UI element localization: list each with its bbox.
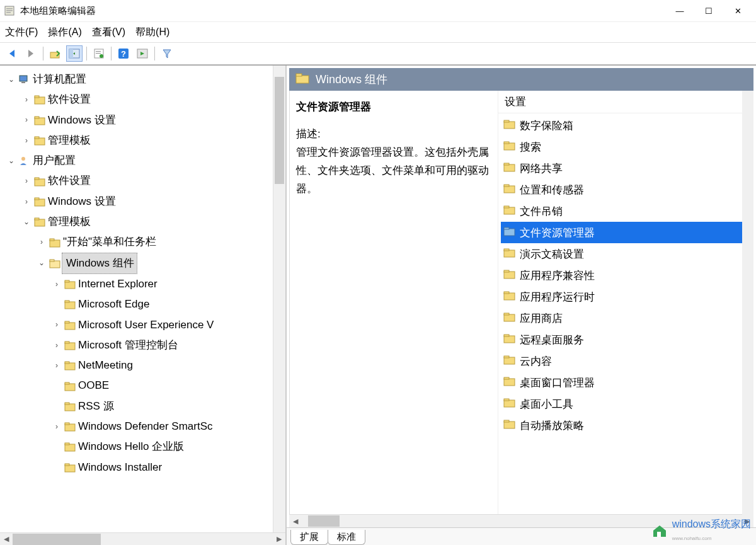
list-item[interactable]: 远程桌面服务 [501, 329, 750, 350]
chevron-down-icon[interactable]: ⌄ [5, 154, 18, 168]
settings-column-header[interactable]: 设置 [498, 91, 753, 113]
tree-hscrollbar[interactable]: ◀ ▶ [0, 532, 285, 545]
scroll-thumb[interactable] [13, 534, 101, 545]
filter-button[interactable] [159, 45, 175, 62]
close-button[interactable]: ✕ [723, 1, 752, 20]
list-item[interactable]: 位置和传感器 [501, 179, 750, 200]
svg-rect-56 [504, 120, 509, 122]
list-item[interactable]: 演示文稿设置 [501, 243, 750, 265]
chevron-down-icon[interactable]: ⌄ [35, 256, 48, 270]
svg-rect-40 [65, 341, 69, 343]
chevron-down-icon[interactable]: ⌄ [20, 215, 33, 229]
tab-extended[interactable]: 扩展 [290, 530, 328, 545]
svg-rect-35 [65, 302, 75, 309]
svg-rect-64 [504, 206, 509, 208]
menu-view[interactable]: 查看(V) [92, 26, 125, 39]
svg-rect-84 [504, 420, 509, 422]
list-item[interactable]: 应用程序兼容性 [501, 265, 750, 286]
tree-node-oobe[interactable]: › OOBE [3, 376, 285, 396]
tree-node-rss[interactable]: › RSS 源 [3, 396, 285, 416]
chevron-right-icon[interactable]: › [20, 195, 33, 209]
tree-node-netmeeting[interactable]: › NetMeeting [3, 355, 285, 376]
scroll-thumb[interactable] [275, 77, 284, 184]
up-button[interactable] [47, 45, 64, 62]
settings-column: 设置 数字保险箱搜索网络共享位置和传感器文件吊销文件资源管理器演示文稿设置应用程… [498, 91, 753, 514]
scroll-left-icon[interactable]: ◀ [289, 517, 302, 525]
chevron-right-icon[interactable]: › [50, 338, 63, 353]
list-item[interactable]: 应用商店 [501, 307, 750, 329]
list-item[interactable]: 数字保险箱 [501, 115, 750, 136]
forward-button[interactable] [23, 45, 39, 62]
scroll-thumb[interactable] [308, 515, 340, 527]
svg-rect-74 [504, 313, 509, 315]
chevron-right-icon[interactable]: › [50, 277, 63, 292]
details-vscrollbar[interactable] [742, 91, 753, 515]
refresh-button[interactable] [134, 45, 151, 62]
list-item[interactable]: 搜索 [501, 136, 750, 158]
svg-rect-15 [21, 82, 25, 83]
list-item[interactable]: 应用程序运行时 [501, 286, 750, 307]
tree-node-start-taskbar[interactable]: › "开始"菜单和任务栏 [3, 232, 285, 252]
main-split: ⌄ 计算机配置 › 软件设置 › Windows 设置 › 管理模板 ⌄ [0, 65, 756, 545]
svg-rect-32 [50, 260, 54, 261]
list-item-label: 应用商店 [520, 311, 563, 326]
help-button[interactable]: ? [115, 45, 132, 62]
chevron-right-icon[interactable]: › [20, 113, 33, 127]
tree-node-hello[interactable]: › Windows Hello 企业版 [3, 437, 285, 457]
chevron-right-icon[interactable]: › [20, 93, 33, 107]
list-item[interactable]: 文件资源管理器 [501, 222, 750, 243]
tree-vscrollbar[interactable] [273, 66, 285, 532]
menu-file[interactable]: 文件(F) [5, 26, 38, 39]
chevron-right-icon[interactable]: › [50, 420, 63, 434]
svg-point-10 [100, 54, 103, 58]
list-item[interactable]: 网络共享 [501, 158, 750, 179]
folder-icon [33, 135, 47, 146]
tree-node-user-config[interactable]: ⌄ 用户配置 [3, 151, 285, 171]
svg-rect-27 [35, 219, 45, 226]
tree-node-cc-software[interactable]: › 软件设置 [3, 89, 285, 110]
chevron-right-icon[interactable]: › [50, 318, 63, 332]
folder-icon [295, 72, 309, 87]
chevron-right-icon[interactable]: › [50, 359, 63, 373]
list-item[interactable]: 桌面窗口管理器 [501, 372, 750, 393]
chevron-right-icon[interactable]: › [20, 174, 33, 188]
list-item[interactable]: 云内容 [501, 350, 750, 372]
tree-node-computer-config[interactable]: ⌄ 计算机配置 [3, 69, 285, 89]
tree-node-ie[interactable]: › Internet Explorer [3, 274, 285, 294]
tree-node-uc-windows[interactable]: › Windows 设置 [3, 192, 285, 212]
tab-standard[interactable]: 标准 [328, 530, 365, 545]
tree-node-mmc[interactable]: › Microsoft 管理控制台 [3, 335, 285, 355]
tree-node-installer[interactable]: › Windows Installer [3, 457, 285, 478]
tree-node-cc-windows[interactable]: › Windows 设置 [3, 110, 285, 130]
list-item[interactable]: 自动播放策略 [501, 415, 750, 436]
tree-node-windows-components[interactable]: ⌄ Windows 组件 [3, 253, 285, 274]
svg-rect-58 [504, 142, 509, 144]
app-icon [4, 5, 15, 16]
settings-list[interactable]: 数字保险箱搜索网络共享位置和传感器文件吊销文件资源管理器演示文稿设置应用程序兼容… [498, 113, 753, 514]
list-item[interactable]: 文件吊销 [501, 200, 750, 222]
minimize-button[interactable]: — [665, 1, 694, 20]
tree-node-uc-templates[interactable]: ⌄ 管理模板 [3, 212, 285, 232]
scroll-right-icon[interactable]: ▶ [273, 535, 285, 543]
svg-rect-69 [504, 272, 515, 278]
chevron-right-icon[interactable]: › [20, 134, 33, 148]
list-item[interactable]: 桌面小工具 [501, 393, 750, 415]
svg-rect-68 [504, 249, 509, 251]
chevron-right-icon[interactable]: › [35, 235, 48, 250]
maximize-button[interactable]: ☐ [694, 1, 723, 20]
tree-node-muev[interactable]: › Microsoft User Experience V [3, 315, 285, 335]
svg-rect-66 [504, 227, 509, 229]
show-hide-tree-button[interactable] [66, 45, 83, 62]
menu-action[interactable]: 操作(A) [48, 26, 81, 39]
properties-button[interactable] [91, 45, 107, 62]
list-item-label: 演示文稿设置 [520, 247, 584, 261]
tree-node-defender-smartscreen[interactable]: › Windows Defender SmartSc [3, 416, 285, 437]
tree-node-uc-software[interactable]: › 软件设置 [3, 171, 285, 191]
chevron-down-icon[interactable]: ⌄ [5, 72, 18, 87]
back-button[interactable] [4, 45, 20, 62]
scroll-left-icon[interactable]: ◀ [0, 535, 13, 543]
policy-tree[interactable]: ⌄ 计算机配置 › 软件设置 › Windows 设置 › 管理模板 ⌄ [0, 66, 285, 532]
menu-help[interactable]: 帮助(H) [135, 26, 169, 39]
tree-node-edge[interactable]: › Microsoft Edge [3, 294, 285, 314]
tree-node-cc-templates[interactable]: › 管理模板 [3, 130, 285, 151]
